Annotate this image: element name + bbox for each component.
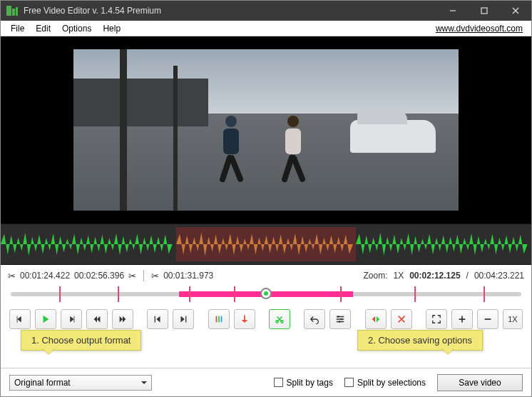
split-by-tags-checkbox[interactable]: Split by tags	[274, 378, 333, 388]
delete-selection-button[interactable]	[391, 309, 412, 329]
output-format-dropdown[interactable]: Original format	[9, 375, 152, 391]
cut-start-time: 00:01:24.422	[20, 271, 70, 281]
split-by-selections-label: Split by selections	[357, 378, 426, 388]
step-back-button[interactable]	[9, 309, 31, 329]
callout-output-format: 1. Choose output format	[21, 330, 141, 351]
frame-forward-button[interactable]	[112, 309, 133, 329]
timeline-slider[interactable]	[1, 283, 531, 305]
app-logo	[6, 6, 18, 16]
window-title: Free Video Editor v. 1.4.54 Premium	[24, 6, 161, 16]
svg-point-10	[341, 318, 343, 321]
step-forward-button[interactable]	[61, 309, 82, 329]
total-time: 00:04:23.221	[474, 271, 524, 281]
current-time: 00:02:12.125	[409, 271, 460, 281]
minimize-button[interactable]	[437, 1, 469, 21]
segment-duration: 00:01:31.973	[163, 271, 213, 281]
svg-rect-4	[215, 316, 217, 323]
play-button[interactable]	[35, 309, 56, 329]
svg-point-9	[337, 316, 339, 318]
settings-button[interactable]	[329, 309, 351, 329]
callout-saving-options: 2. Choose saving options	[357, 330, 483, 351]
waveform-toggle-button[interactable]	[208, 309, 230, 329]
svg-rect-5	[218, 316, 220, 323]
time-separator: /	[466, 271, 469, 281]
scissors-icon: ✂	[128, 271, 136, 281]
zoom-in-button[interactable]	[451, 309, 473, 329]
output-format-value: Original format	[14, 378, 71, 388]
frame-back-button[interactable]	[86, 309, 108, 329]
scissors-icon: ✂	[151, 271, 159, 281]
invert-selection-button[interactable]	[365, 309, 387, 329]
maximize-button[interactable]	[469, 1, 500, 21]
goto-start-button[interactable]	[147, 309, 168, 329]
zoom-reset-button[interactable]: 1X	[503, 309, 523, 329]
goto-end-button[interactable]	[173, 309, 194, 329]
menu-help[interactable]: Help	[97, 22, 126, 35]
zoom-label: Zoom:	[363, 271, 387, 281]
zoom-value: 1X	[394, 271, 404, 281]
zoom-out-button[interactable]	[477, 309, 498, 329]
save-video-button[interactable]: Save video	[437, 374, 523, 391]
menu-options[interactable]: Options	[56, 22, 97, 35]
cut-button[interactable]	[269, 309, 290, 329]
audio-waveform[interactable]	[1, 223, 531, 265]
playhead[interactable]	[260, 288, 272, 299]
scissors-icon: ✂	[8, 271, 16, 281]
video-preview[interactable]	[1, 36, 531, 223]
set-marker-button[interactable]	[234, 309, 255, 329]
svg-point-11	[339, 321, 341, 323]
svg-rect-6	[220, 316, 222, 323]
split-by-tags-label: Split by tags	[287, 378, 333, 388]
zoom-to-selection-button[interactable]	[426, 309, 447, 329]
close-button[interactable]	[500, 1, 531, 21]
svg-rect-1	[481, 8, 487, 14]
website-link[interactable]: www.dvdvideosoft.com	[436, 24, 527, 34]
cut-end-time: 00:02:56.396	[74, 271, 124, 281]
split-by-selections-checkbox[interactable]: Split by selections	[344, 378, 426, 388]
undo-button[interactable]	[304, 309, 325, 329]
menu-edit[interactable]: Edit	[30, 22, 56, 35]
menu-file[interactable]: File	[5, 22, 30, 35]
